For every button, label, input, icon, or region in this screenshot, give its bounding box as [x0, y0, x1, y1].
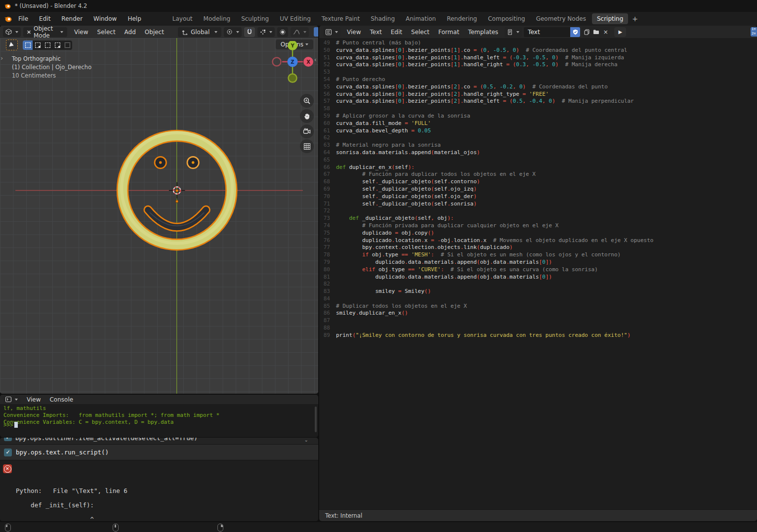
select-mode-invert-button[interactable] — [52, 41, 62, 50]
line-number: 87 — [319, 317, 330, 325]
snap-target-selector[interactable] — [257, 27, 275, 37]
add-workspace-button[interactable]: + — [628, 15, 642, 23]
sidebar-collapse-icon[interactable]: ‹ — [314, 56, 317, 63]
unlink-text-button[interactable]: × — [601, 27, 610, 37]
line-number: 67 — [319, 171, 330, 178]
expand-chevron-icon[interactable]: ⌄ — [304, 438, 308, 443]
console-editor-icon — [5, 397, 11, 402]
zoom-button[interactable] — [300, 94, 314, 108]
tab-modeling[interactable]: Modeling — [199, 13, 236, 24]
viewport-menu-view[interactable]: View — [70, 27, 92, 37]
menu-render[interactable]: Render — [56, 13, 88, 24]
viewport-menu-object[interactable]: Object — [140, 27, 168, 37]
open-text-button[interactable] — [591, 27, 601, 37]
pan-button[interactable] — [300, 109, 314, 123]
code-line: 69 self._duplicar_objeto(self.ojo_izq) — [319, 186, 757, 193]
tab-animation[interactable]: Animation — [401, 13, 441, 24]
snap-toggle[interactable] — [244, 27, 255, 37]
error-report[interactable]: ✕ Python: File "\Text", line 6 def _init… — [0, 460, 318, 521]
report-row-clipped[interactable]: ✓ bpy.ops.outliner.item_activate(deselec… — [0, 438, 318, 445]
viewport-3d[interactable]: Object Mode ViewSelectAddObject Global — [0, 26, 318, 394]
text-editor-type-button[interactable] — [323, 27, 340, 37]
console-menu-view[interactable]: View — [22, 395, 45, 405]
report-row-run-script[interactable]: ✓ bpy.ops.text.run_script() — [0, 445, 318, 460]
viewport-menus: ViewSelectAddObject — [70, 27, 168, 37]
pivot-point-selector[interactable] — [224, 27, 242, 37]
tab-compositing[interactable]: Compositing — [483, 13, 530, 24]
viewport-editor-icon — [5, 29, 12, 35]
menu-file[interactable]: File — [13, 13, 34, 24]
run-script-button[interactable]: ▶ — [614, 27, 626, 37]
code-line: 56curva_data.splines[0].bezier_points[2]… — [319, 91, 757, 98]
menu-help[interactable]: Help — [122, 13, 146, 24]
viewport-menu-add[interactable]: Add — [120, 27, 140, 37]
tweak-tool-button[interactable] — [6, 40, 18, 50]
select-mode-set-button[interactable] — [23, 41, 33, 50]
blender-menu-button[interactable] — [4, 15, 12, 23]
gizmo-axis-x-negative[interactable] — [273, 58, 281, 66]
tab-texture-paint[interactable]: Texture Paint — [317, 13, 365, 24]
tab-geometry-nodes[interactable]: Geometry Nodes — [531, 13, 591, 24]
text-editor-footer: Text: Internal — [319, 509, 757, 521]
select-box-subtract-icon — [45, 42, 50, 48]
toolbar-expand-icon[interactable]: › — [0, 54, 3, 62]
code-text: print("¡Smiley con contorno de torus y s… — [336, 332, 631, 339]
select-mode-subtract-button[interactable] — [42, 41, 52, 50]
editor-type-button[interactable] — [3, 27, 21, 37]
viewport-menu-select[interactable]: Select — [93, 27, 120, 37]
text-datablock-selector[interactable] — [505, 27, 522, 37]
editor-menu-view[interactable]: View — [342, 27, 365, 37]
console-input-row[interactable]: >>> — [3, 422, 318, 437]
text-editor[interactable]: ViewTextEditSelectFormatTemplates Text — [319, 26, 757, 521]
datablock-name-field[interactable]: Text — [524, 27, 570, 37]
code-line: 73 def _duplicar_objeto(self, obj): — [319, 215, 757, 222]
code-text: # Duplicar todos los objetos en el eje X — [336, 303, 467, 310]
console-line: Convenience Imports: from mathutils impo… — [3, 412, 318, 419]
pan-hand-icon — [303, 113, 311, 120]
code-text: # Punto central (más bajo) — [336, 40, 421, 47]
tab-scripting[interactable]: Scripting — [592, 13, 628, 24]
menu-window[interactable]: Window — [88, 13, 122, 24]
code-line: 72 — [319, 207, 757, 215]
viewport-canvas[interactable]: Options Top Orthographic (1) Collection … — [0, 38, 318, 394]
editor-menu-text[interactable]: Text — [365, 27, 386, 37]
gizmo-axis-y-negative[interactable] — [289, 74, 297, 82]
select-mode-intersect-button[interactable] — [62, 41, 72, 50]
python-console[interactable]: ViewConsole lf, mathutilsConvenience Imp… — [0, 395, 318, 437]
code-text: sonrisa.data.materials.append(material_o… — [336, 149, 480, 157]
tab-layout[interactable]: Layout — [168, 13, 198, 24]
navigation-gizmo[interactable]: Y X Z — [272, 41, 313, 84]
editor-menu-edit[interactable]: Edit — [386, 27, 407, 37]
console-menu-console[interactable]: Console — [45, 395, 78, 405]
console-scrollbar[interactable] — [315, 407, 317, 432]
code-text: curva_data.splines[0].bezier_points[1].h… — [336, 54, 624, 62]
line-number: 84 — [319, 295, 330, 303]
line-numbers-toggle-icon[interactable]: 1≡2≡ — [751, 27, 757, 37]
tab-shading[interactable]: Shading — [366, 13, 400, 24]
editor-menu-select[interactable]: Select — [407, 27, 434, 37]
ortho-toggle-button[interactable] — [300, 139, 314, 153]
code-editor[interactable]: 49# Punto central (más bajo)50curva_data… — [319, 38, 757, 510]
proportional-editing-toggle[interactable] — [277, 27, 288, 37]
code-line: 85# Duplicar todos los objetos en el eje… — [319, 303, 757, 310]
mode-selector[interactable]: Object Mode — [23, 27, 67, 37]
camera-view-button[interactable] — [300, 124, 314, 138]
tab-rendering[interactable]: Rendering — [442, 13, 482, 24]
overlays-toggle-icon[interactable] — [314, 27, 318, 37]
tab-uv-editing[interactable]: UV Editing — [275, 13, 316, 24]
menu-edit[interactable]: Edit — [34, 13, 56, 24]
pivot-point-icon — [226, 29, 233, 35]
grid-scale-label: 10 Centimeters — [12, 72, 91, 80]
info-editor[interactable]: ✓ bpy.ops.outliner.item_activate(deselec… — [0, 438, 318, 521]
new-text-button[interactable] — [582, 27, 591, 37]
editor-menu-format[interactable]: Format — [434, 27, 463, 37]
fake-user-shield-button[interactable] — [570, 27, 580, 37]
editor-menu-templates[interactable]: Templates — [463, 27, 503, 37]
tab-sculpting[interactable]: Sculpting — [236, 13, 274, 24]
error-line: def _init_(self): — [16, 501, 94, 509]
proportional-falloff-selector[interactable] — [291, 27, 309, 37]
select-mode-extend-button[interactable] — [33, 41, 42, 50]
line-number: 72 — [319, 207, 330, 215]
console-editor-type-button[interactable] — [3, 396, 20, 404]
transform-orientation-selector[interactable]: Global — [178, 27, 221, 37]
